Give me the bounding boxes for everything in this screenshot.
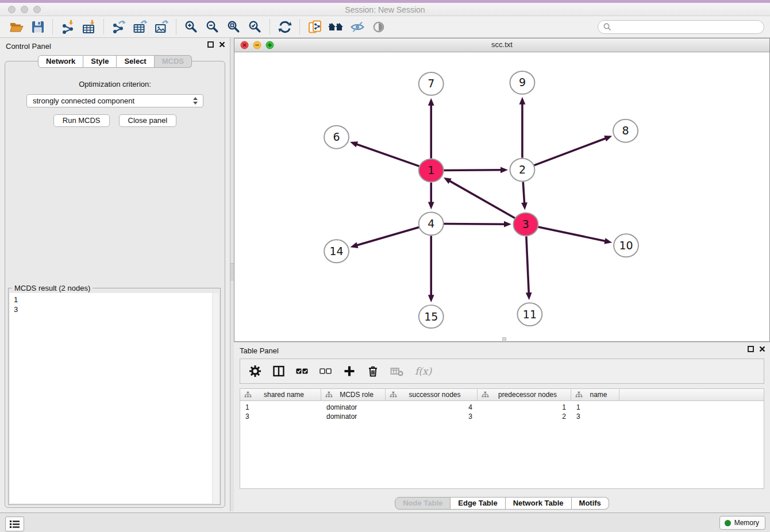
deselect-all-button[interactable] — [319, 365, 332, 377]
cell[interactable]: 3 — [386, 412, 478, 421]
run-mcds-button[interactable]: Run MCDS — [53, 114, 110, 127]
criterion-select[interactable]: strongly connected component — [26, 94, 203, 107]
export-table-button[interactable] — [129, 18, 151, 36]
edge-1-to-2[interactable] — [443, 167, 508, 173]
zoom-fit-icon — [226, 20, 241, 34]
float-panel-icon[interactable] — [207, 41, 214, 48]
float-panel-icon[interactable] — [748, 346, 754, 352]
status-bar: Memory — [0, 512, 770, 532]
export-image-button[interactable] — [151, 18, 172, 36]
column-header-predecessor-nodes[interactable]: predecessor nodes — [478, 389, 571, 400]
zoom-selected-button[interactable] — [244, 18, 265, 36]
graph-node-10[interactable]: 10 — [614, 234, 638, 257]
column-header-name[interactable]: name — [571, 389, 619, 400]
cell[interactable]: 2 — [478, 412, 571, 421]
graph-node-15[interactable]: 15 — [419, 305, 444, 328]
graph-node-3[interactable]: 3 — [513, 213, 538, 236]
graph-node-7[interactable]: 7 — [419, 72, 444, 95]
save-session-button[interactable] — [27, 18, 48, 36]
svg-text:10: 10 — [619, 239, 633, 252]
window-title: Session: New Session — [0, 5, 770, 14]
refresh-layout-button[interactable] — [274, 18, 295, 36]
table-panel-window-icons — [748, 346, 765, 352]
column-header-shared-name[interactable]: shared name — [240, 389, 321, 400]
table-row[interactable]: 1dominator411 — [240, 403, 764, 412]
edge-4-to-14[interactable] — [351, 227, 420, 248]
close-network-button[interactable] — [240, 41, 249, 49]
close-panel-icon[interactable] — [759, 346, 765, 352]
lens-icon — [371, 20, 386, 34]
export-network-button[interactable] — [108, 18, 129, 36]
tab-network[interactable]: Network — [38, 55, 83, 68]
edge-3-to-1[interactable] — [444, 178, 515, 218]
hierarchy-icon — [482, 391, 489, 398]
tab-node-table[interactable]: Node Table — [395, 497, 451, 510]
edge-4-to-15[interactable] — [428, 236, 434, 302]
tab-style[interactable]: Style — [83, 55, 117, 68]
import-network-button[interactable] — [57, 18, 78, 36]
tab-motifs[interactable]: Motifs — [572, 497, 609, 510]
first-neighbors-button[interactable] — [325, 18, 346, 36]
task-history-button[interactable] — [5, 516, 24, 531]
tab-select[interactable]: Select — [117, 55, 154, 68]
edge-1-to-4[interactable] — [428, 183, 434, 210]
cell[interactable]: 4 — [386, 403, 478, 412]
graph-node-2[interactable]: 2 — [510, 159, 534, 182]
result-scrollbar[interactable] — [212, 293, 219, 503]
edge-3-to-10[interactable] — [537, 227, 612, 244]
show-all-button[interactable] — [368, 18, 389, 36]
select-all-button[interactable] — [296, 365, 309, 377]
cell[interactable]: 1 — [571, 403, 619, 412]
delete-row-button[interactable] — [367, 365, 379, 377]
table-settings-button[interactable] — [249, 365, 261, 377]
cell[interactable]: 3 — [571, 412, 619, 421]
graph-node-6[interactable]: 6 — [324, 126, 349, 149]
canvas-resize-grip[interactable] — [502, 337, 506, 341]
maximize-network-button[interactable] — [265, 41, 274, 49]
edge-3-to-11[interactable] — [526, 236, 532, 300]
add-row-button[interactable] — [343, 365, 356, 377]
cell[interactable]: 1 — [478, 403, 571, 412]
edge-2-to-9[interactable] — [519, 97, 526, 158]
tab-mcds[interactable]: MCDS — [155, 55, 192, 68]
search-input[interactable] — [598, 20, 764, 34]
import-table-button[interactable] — [78, 18, 99, 36]
graph-node-1[interactable]: 1 — [419, 159, 444, 182]
network-window-titlebar[interactable]: scc.txt — [234, 38, 769, 52]
close-panel-icon[interactable] — [219, 41, 225, 48]
edge-1-to-6[interactable] — [350, 141, 419, 166]
tab-edge-table[interactable]: Edge Table — [451, 497, 505, 510]
edge-2-to-3[interactable] — [521, 182, 528, 210]
column-header-successor-nodes[interactable]: successor nodes — [386, 389, 478, 400]
network-canvas[interactable]: 7968124314101511 — [234, 52, 769, 341]
show-column-button[interactable] — [272, 365, 285, 377]
zoom-fit-button[interactable] — [223, 18, 244, 36]
memory-button[interactable]: Memory — [719, 516, 765, 530]
mcds-result-area[interactable]: 1 3 — [10, 293, 219, 503]
cell[interactable]: dominator — [321, 403, 386, 412]
clone-network-button[interactable] — [304, 18, 325, 36]
edge-4-to-3[interactable] — [443, 221, 511, 228]
zoom-out-button[interactable] — [202, 18, 223, 36]
graph-node-14[interactable]: 14 — [324, 240, 349, 263]
graph-node-9[interactable]: 9 — [510, 71, 534, 94]
zoom-in-button[interactable] — [180, 18, 202, 36]
cell[interactable]: 1 — [240, 403, 321, 412]
graph-node-11[interactable]: 11 — [517, 303, 542, 326]
cell[interactable]: 3 — [240, 412, 321, 421]
open-file-button[interactable] — [6, 18, 27, 36]
close-panel-button[interactable]: Close panel — [119, 114, 177, 127]
graph-node-4[interactable]: 4 — [419, 212, 444, 235]
cell[interactable]: dominator — [321, 412, 386, 421]
column-header-mcds-role[interactable]: MCDS role — [321, 389, 386, 400]
network-graph[interactable]: 7968124314101511 — [234, 52, 769, 341]
minimize-network-button[interactable] — [253, 41, 261, 49]
edge-2-to-8[interactable] — [534, 136, 613, 165]
mcds-result-text[interactable]: 1 3 — [10, 293, 219, 316]
hide-selected-button[interactable] — [346, 18, 368, 36]
table-row[interactable]: 3dominator323 — [240, 412, 764, 421]
graph-node-8[interactable]: 8 — [613, 119, 638, 142]
hierarchy-icon — [390, 391, 397, 398]
edge-1-to-7[interactable] — [428, 98, 434, 159]
tab-network-table[interactable]: Network Table — [506, 497, 572, 510]
